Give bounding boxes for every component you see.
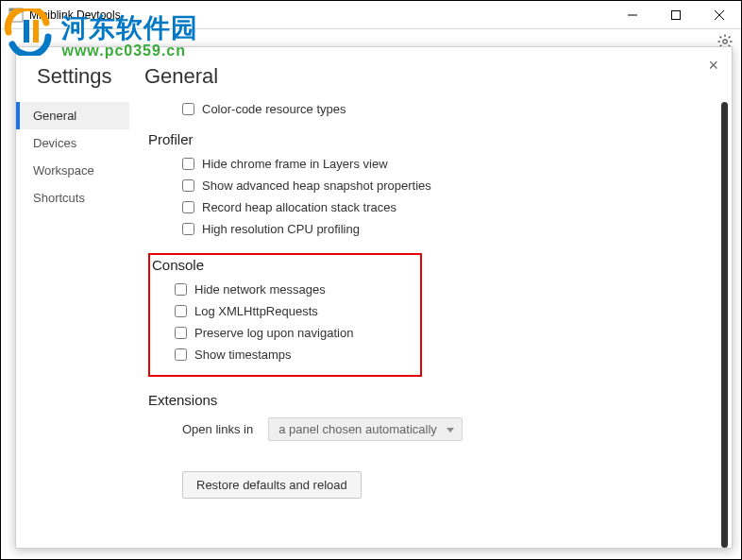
section-profiler-title: Profiler bbox=[148, 131, 703, 147]
checkbox-console-2[interactable] bbox=[175, 327, 187, 339]
option-color-code: Color-code resource types bbox=[182, 102, 703, 116]
svg-line-15 bbox=[729, 37, 731, 39]
option-profiler-0: Hide chrome frame in Layers view bbox=[182, 157, 703, 171]
nav-item-devices[interactable]: Devices bbox=[16, 129, 129, 157]
section-console-title: Console bbox=[152, 255, 411, 273]
label-console-1: Log XMLHttpRequests bbox=[194, 304, 318, 318]
svg-point-8 bbox=[723, 40, 727, 43]
checkbox-profiler-0[interactable] bbox=[182, 158, 194, 170]
extensions-open-links-row: Open links in a panel chosen automatical… bbox=[182, 417, 703, 441]
label-console-3: Show timestamps bbox=[194, 348, 292, 362]
nav-item-workspace[interactable]: Workspace bbox=[16, 157, 129, 184]
settings-nav: General Devices Workspace Shortcuts bbox=[16, 102, 129, 548]
window-title: Miniblink Devtools bbox=[29, 8, 121, 22]
checkbox-profiler-2[interactable] bbox=[182, 201, 194, 213]
app-icon bbox=[8, 8, 24, 23]
settings-header: Settings General × bbox=[16, 47, 732, 100]
option-profiler-1: Show advanced heap snapshot properties bbox=[182, 178, 703, 193]
checkbox-color-code[interactable] bbox=[182, 103, 194, 115]
open-links-label: Open links in bbox=[182, 422, 253, 436]
nav-item-general[interactable]: General bbox=[16, 102, 129, 129]
label-profiler-0: Hide chrome frame in Layers view bbox=[202, 157, 388, 171]
option-console-2: Preserve log upon navigation bbox=[175, 326, 411, 340]
restore-defaults-button[interactable]: Restore defaults and reload bbox=[182, 471, 362, 499]
label-profiler-2: Record heap allocation stack traces bbox=[202, 200, 396, 214]
titlebar[interactable]: Miniblink Devtools bbox=[1, 1, 741, 29]
checkbox-profiler-3[interactable] bbox=[182, 223, 194, 235]
settings-panel: Settings General × General Devices Works… bbox=[15, 46, 733, 549]
option-profiler-2: Record heap allocation stack traces bbox=[182, 200, 703, 214]
option-console-1: Log XMLHttpRequests bbox=[175, 304, 411, 318]
close-button[interactable] bbox=[698, 1, 741, 29]
highlight-console-box: Console Hide network messages Log XMLHtt… bbox=[148, 253, 422, 377]
maximize-button[interactable] bbox=[654, 1, 698, 29]
checkbox-console-3[interactable] bbox=[175, 348, 187, 361]
checkbox-console-1[interactable] bbox=[175, 305, 187, 317]
section-extensions-title: Extensions bbox=[148, 392, 703, 408]
settings-close-icon[interactable]: × bbox=[708, 57, 718, 74]
checkbox-profiler-1[interactable] bbox=[182, 179, 194, 192]
app-body: Settings General × General Devices Works… bbox=[2, 29, 740, 558]
minimize-button[interactable] bbox=[611, 1, 654, 29]
label-console-0: Hide network messages bbox=[194, 282, 326, 297]
svg-rect-1 bbox=[9, 8, 23, 11]
label-color-code: Color-code resource types bbox=[202, 102, 346, 116]
window-controls bbox=[611, 1, 741, 29]
label-console-2: Preserve log upon navigation bbox=[194, 326, 353, 340]
svg-line-13 bbox=[720, 37, 722, 39]
window-frame: Miniblink Devtools 河东软件园 www.pc035 bbox=[0, 0, 742, 560]
settings-subtitle: General bbox=[144, 64, 218, 89]
label-profiler-1: Show advanced heap snapshot properties bbox=[202, 178, 431, 193]
settings-main: Color-code resource types Profiler Hide … bbox=[129, 102, 732, 548]
nav-item-shortcuts[interactable]: Shortcuts bbox=[16, 184, 129, 212]
option-console-3: Show timestamps bbox=[175, 348, 411, 362]
checkbox-console-0[interactable] bbox=[175, 283, 187, 296]
option-console-0: Hide network messages bbox=[175, 282, 411, 297]
open-links-select[interactable]: a panel chosen automatically bbox=[268, 417, 463, 441]
svg-rect-3 bbox=[672, 11, 681, 20]
scrollbar[interactable] bbox=[721, 102, 728, 548]
option-profiler-3: High resolution CPU profiling bbox=[182, 222, 703, 236]
settings-title: Settings bbox=[37, 64, 112, 89]
label-profiler-3: High resolution CPU profiling bbox=[202, 222, 360, 236]
